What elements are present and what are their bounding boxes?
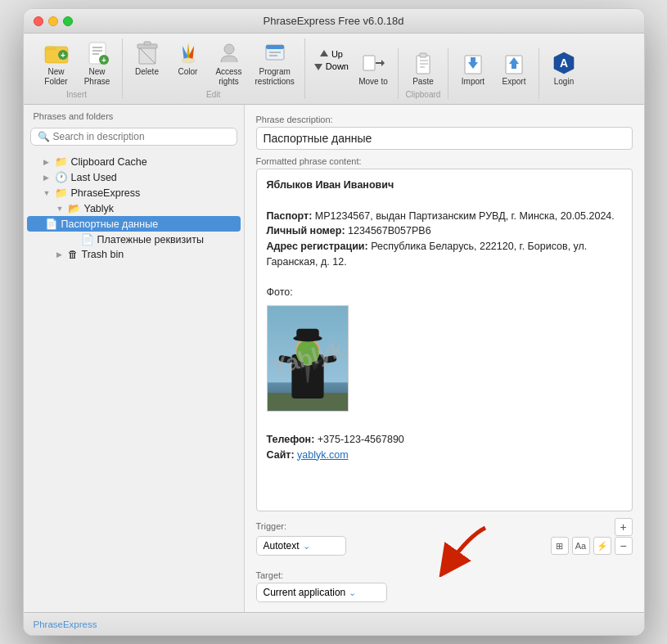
import-label: Import — [462, 77, 484, 87]
svg-point-16 — [182, 58, 195, 63]
program-restrictions-label: Programrestrictions — [255, 67, 295, 87]
new-phrase-button[interactable]: + NewPhrase — [78, 38, 117, 88]
up-button[interactable]: Up — [310, 48, 352, 60]
trigger-bolt-icon-btn[interactable]: ⚡ — [593, 537, 611, 555]
login-button[interactable]: A Login — [544, 48, 584, 88]
arrange-group-label — [350, 90, 353, 99]
sidebar-item-pasport[interactable]: 📄 Паспортные данные — [27, 216, 241, 232]
trigger-case-icon-btn[interactable]: Aa — [572, 537, 590, 555]
toolbar-importexport-items: Import Export — [453, 48, 534, 88]
maximize-button[interactable] — [63, 16, 73, 26]
paste-button[interactable]: Paste — [403, 48, 443, 88]
trash-icon: 🗑 — [68, 249, 79, 260]
target-section: Target: Current application ⌄ — [256, 570, 633, 602]
svg-marker-22 — [320, 50, 328, 56]
svg-rect-24 — [363, 56, 375, 70]
delete-icon — [134, 40, 160, 66]
toolbar-group-importexport: Import Export — [448, 48, 539, 99]
paste-icon — [410, 50, 436, 76]
chevron-right-icon: ▶ — [43, 173, 52, 182]
login-group-label — [563, 90, 566, 99]
toolbar-group-login: A Login — [539, 48, 588, 99]
paste-label: Paste — [412, 77, 434, 87]
formatted-content-box[interactable]: Яблыков Иван Иванович Паспорт: МР1234567… — [256, 169, 633, 511]
color-label: Color — [178, 67, 198, 77]
trigger-remove-button[interactable]: − — [615, 537, 633, 555]
toolbar-group-arrange: Up Down — [305, 48, 399, 99]
trigger-add-button[interactable]: + — [615, 518, 633, 536]
toolbar-arrange-items: Up Down — [310, 48, 393, 88]
close-button[interactable] — [34, 16, 43, 26]
sidebar-item-last-used[interactable]: ▶ 🕐 Last Used — [24, 169, 244, 185]
trigger-keyboard-icon-btn[interactable]: ⊞ — [551, 537, 569, 555]
toolbar-group-insert: + NewFolder + — [32, 38, 123, 99]
toolbar: + NewFolder + — [24, 34, 644, 105]
search-input[interactable] — [53, 131, 230, 142]
move-to-label: Move to — [358, 77, 388, 87]
search-box[interactable]: 🔍 — [30, 128, 237, 146]
svg-marker-26 — [381, 60, 385, 66]
login-label: Login — [554, 77, 574, 87]
trigger-select[interactable]: Autotext ⌄ — [256, 536, 346, 556]
import-button[interactable]: Import — [453, 48, 493, 88]
move-to-button[interactable]: Move to — [354, 48, 393, 88]
chevron-down-icon: ▼ — [56, 205, 65, 213]
statusbar-link[interactable]: PhraseExpress — [34, 619, 97, 629]
phrase-description-label: Phrase description: — [256, 115, 633, 124]
folder-icon: 📁 — [55, 187, 68, 199]
color-icon — [175, 40, 201, 66]
sidebar-item-phraseexpress[interactable]: ▼ 📁 PhraseExpress — [24, 185, 244, 200]
svg-rect-19 — [266, 45, 284, 49]
minimize-button[interactable] — [48, 16, 58, 26]
trigger-label: Trigger: — [256, 521, 287, 531]
toolbar-clipboard-items: Paste — [403, 48, 443, 88]
target-select[interactable]: Current application ⌄ — [256, 583, 387, 602]
traffic-lights — [34, 16, 73, 26]
export-button[interactable]: Export — [494, 48, 534, 88]
sidebar-item-label: Clipboard Cache — [71, 156, 147, 168]
new-folder-button[interactable]: + NewFolder — [37, 38, 76, 88]
color-button[interactable]: Color — [169, 38, 208, 88]
up-down-group: Up Down — [310, 48, 352, 88]
titlebar: PhraseExpress Free v6.0.18d — [24, 9, 644, 34]
new-phrase-icon: + — [84, 40, 110, 66]
personal-number-line: Личный номер: 1234567B057PB6 — [267, 223, 622, 239]
program-restrictions-button[interactable]: Programrestrictions — [250, 38, 300, 88]
sidebar-item-trash[interactable]: ▶ 🗑 Trash bin — [24, 247, 244, 262]
program-restrictions-icon — [262, 40, 288, 66]
sidebar-item-label: Yablyk — [84, 203, 115, 214]
trigger-header: Trigger: + — [256, 518, 633, 536]
sidebar-item-yablyk[interactable]: ▼ 📂 Yablyk — [24, 200, 244, 216]
main-area: Phrases and folders 🔍 ▶ 📁 Clipboard Cach… — [24, 105, 644, 612]
down-button[interactable]: Down — [310, 61, 352, 72]
svg-rect-12 — [144, 42, 151, 45]
delete-button[interactable]: Delete — [128, 38, 167, 88]
sidebar-item-label: Паспортные данные — [61, 218, 159, 230]
photo-svg — [268, 305, 348, 412]
chevron-right-icon: ▶ — [43, 158, 52, 166]
phrase-description-section: Phrase description: Паспортные данные — [256, 115, 633, 150]
site-link[interactable]: yablyk.com — [297, 449, 349, 461]
svg-point-17 — [224, 44, 234, 54]
trigger-row: Autotext ⌄ ⊞ Aa ⚡ − — [256, 536, 633, 556]
down-label: Down — [326, 61, 349, 71]
site-line: Сайт: yablyk.com — [267, 448, 622, 463]
trigger-dropdown-icon: ⌄ — [303, 541, 310, 552]
sidebar-item-label: Платежные реквизиты — [97, 234, 204, 245]
address-line: Адрес регистрации: Республика Беларусь, … — [267, 239, 622, 270]
sidebar-item-clipboard-cache[interactable]: ▶ 📁 Clipboard Cache — [24, 154, 244, 169]
toolbar-group-clipboard: Paste Clipboard — [399, 48, 448, 99]
svg-text:+: + — [61, 51, 65, 60]
export-label: Export — [503, 77, 526, 87]
folder-icon: 📁 — [55, 155, 68, 168]
access-rights-button[interactable]: Accessrights — [210, 38, 249, 88]
statusbar: PhraseExpress — [24, 612, 644, 635]
sidebar-item-platezh[interactable]: 📄 Платежные реквизиты — [24, 232, 244, 247]
phrase-description-value[interactable]: Паспортные данные — [256, 127, 633, 150]
down-icon-row: Down — [313, 61, 349, 71]
phrase-icon: 📄 — [81, 233, 94, 245]
insert-group-label: Insert — [66, 90, 87, 99]
sidebar-header: Phrases and folders — [24, 105, 244, 124]
svg-marker-23 — [314, 64, 322, 70]
name-bold: Яблыков Иван Иванович — [267, 179, 394, 191]
